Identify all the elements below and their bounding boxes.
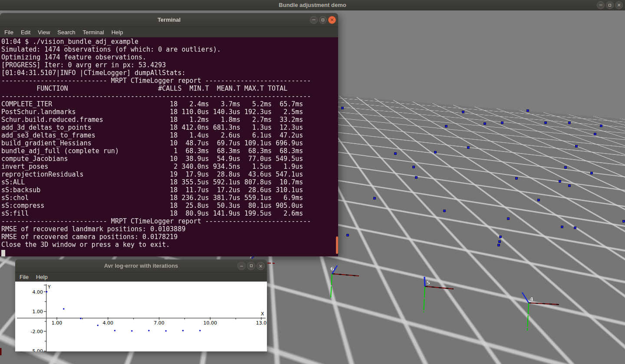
terminal-line: Simulated: 1474 observations (of which: … xyxy=(1,46,338,53)
plot-window: Avr log-error with iterations − × File H… xyxy=(15,259,267,351)
plot-maximize-button[interactable] xyxy=(247,262,255,270)
terminal-line: bundle_adj_full (complete run) 1 68.3ms … xyxy=(1,147,338,155)
close-icon: × xyxy=(617,3,621,7)
plot-menubar: File Help xyxy=(15,272,267,282)
terminal-line: reprojectionResiduals 19 17.9us 28.8us 4… xyxy=(1,171,338,178)
chart-point xyxy=(97,325,99,326)
maximize-icon xyxy=(322,19,324,21)
terminal-line: sS:chol 18 236.2us 381.7us 559.1us 6.9ms xyxy=(1,194,338,202)
minimize-icon: − xyxy=(599,3,602,7)
minimize-icon: − xyxy=(312,17,316,22)
terminal-line: sS:fill 18 80.9us 141.9us 199.5us 2.6ms xyxy=(1,210,338,217)
close-button[interactable]: × xyxy=(615,1,623,9)
maximize-button[interactable] xyxy=(606,1,614,9)
terminal-close-button[interactable]: × xyxy=(328,16,336,24)
plot-menu-item-file[interactable]: File xyxy=(20,274,29,280)
terminal-cursor xyxy=(1,250,5,256)
chart-point xyxy=(148,330,149,331)
maximize-icon xyxy=(250,265,253,267)
chart-point xyxy=(199,330,201,331)
terminal-line: add_3d_deltas_to_points 18 412.0ns 681.3… xyxy=(1,124,338,131)
x-tick-label: 13.0 xyxy=(256,320,267,326)
terminal-line: [PROGRESS] Iter: 0 avrg err in px: 53.42… xyxy=(1,61,338,69)
terminal-line: --------------------------- MRPT CTimeLo… xyxy=(1,77,338,85)
menu-item-file[interactable]: File xyxy=(4,29,13,36)
plot-window-title: Avr log-error with iterations xyxy=(104,262,178,269)
minimize-icon: − xyxy=(240,263,243,268)
terminal-line: Close the 3D window or press a key to ex… xyxy=(1,241,338,249)
close-icon: × xyxy=(330,17,334,22)
terminal-menubar: File Edit View Search Terminal Help xyxy=(0,27,338,37)
plot-titlebar[interactable]: Avr log-error with iterations − × xyxy=(15,259,267,272)
plot-area: 1.004.007.0010.0013.04.001.00-2.00-5.00Y… xyxy=(15,282,267,351)
chart-point xyxy=(63,308,64,309)
terminal-line: sS:compress 18 25.8us 50.3us 80.1us 905.… xyxy=(1,202,338,210)
terminal-line: 01:04 $ ./vision_bundle_adj_example xyxy=(1,38,338,46)
plot-window-controls: − × xyxy=(237,262,265,270)
chart-point xyxy=(80,318,81,319)
terminal-line: build_gradient_Hessians 10 48.7us 69.7us… xyxy=(1,139,338,147)
terminal-line: COMPLETE_ITER 18 2.4ms 3.7ms 5.2ms 65.7m… xyxy=(1,100,338,108)
y-tick-label: 4.00 xyxy=(33,289,43,295)
terminal-maximize-button[interactable] xyxy=(319,16,327,24)
terminal-window-controls: − × xyxy=(310,16,336,24)
main-window-controls: − × xyxy=(597,1,623,9)
y-axis-label: Y xyxy=(47,284,51,290)
terminal-line: PostSchur.landmarks 18 110.0us 140.3us 1… xyxy=(1,108,338,116)
terminal-lines: 01:04 $ ./vision_bundle_adj_exampleSimul… xyxy=(1,38,338,256)
y-tick-label: -5.00 xyxy=(31,348,43,351)
terminal-line: invert_poses 2 340.0ns 934.5ns 1.5us 1.9… xyxy=(1,163,338,171)
terminal-title: Terminal xyxy=(158,16,181,23)
terminal-line: ----------------------------------------… xyxy=(1,92,338,100)
y-tick-label: -2.00 xyxy=(31,329,43,334)
menu-item-edit[interactable]: Edit xyxy=(21,29,30,36)
x-tick-label: 4.00 xyxy=(103,320,113,326)
terminal-minimize-button[interactable]: − xyxy=(310,16,318,24)
terminal-line: sS:ALL 18 355.5us 592.1us 807.8us 10.7ms xyxy=(1,178,338,186)
y-tick-label: 1.00 xyxy=(33,309,43,315)
plot-close-button[interactable]: × xyxy=(257,262,265,270)
terminal-line: compute_Jacobians 10 38.9us 54.9us 77.0u… xyxy=(1,155,338,163)
terminal-line: Schur.build.reduced.frames 18 1.2ms 1.8m… xyxy=(1,116,338,124)
chart-point xyxy=(165,330,167,331)
terminal-line: RMSE of recovered camera positions: 0.01… xyxy=(1,233,338,241)
terminal-scrollbar[interactable] xyxy=(336,236,338,254)
main-window-title: Bundle adjustment demo xyxy=(279,2,346,8)
x-tick-label: 7.00 xyxy=(154,320,164,326)
terminal-line: FUNCTION #CALLS MIN.T MEAN.T MAX.T TOTAL xyxy=(1,85,338,92)
x-tick-label: 1.00 xyxy=(52,320,62,326)
x-tick-label: 10.00 xyxy=(204,320,217,326)
plot-minimize-button[interactable]: − xyxy=(237,262,246,270)
menu-item-help[interactable]: Help xyxy=(112,29,123,36)
terminal-line: Optimizing 1474 feature observations. xyxy=(1,53,338,61)
chart-point xyxy=(182,330,184,331)
terminal-line: add_se3_deltas_to_frames 18 1.4us 2.6us … xyxy=(1,131,338,139)
terminal-line: RMSE of recovered landmark positions: 0.… xyxy=(1,225,338,233)
maximize-icon xyxy=(609,4,611,7)
terminal-window: Terminal − × File Edit View Search Termi… xyxy=(0,13,338,256)
terminal-output[interactable]: 01:04 $ ./vision_bundle_adj_exampleSimul… xyxy=(0,37,338,256)
plot-canvas[interactable]: 1.004.007.0010.0013.04.001.00-2.00-5.00Y… xyxy=(15,282,267,351)
terminal-line: sS:backsub 18 11.7us 17.2us 28.6us 310.1… xyxy=(1,186,338,194)
x-axis-label: X xyxy=(261,311,264,317)
chart-point xyxy=(114,330,115,331)
chart-point xyxy=(46,291,47,292)
chart-point xyxy=(131,330,132,331)
terminal-line: [01:04:31.5107|INFO |CTimeLogger] dumpAl… xyxy=(1,69,338,77)
terminal-titlebar[interactable]: Terminal − × xyxy=(0,13,338,27)
menu-item-search[interactable]: Search xyxy=(57,29,75,36)
minimize-button[interactable]: − xyxy=(597,1,605,9)
main-window-titlebar[interactable]: Bundle adjustment demo − × xyxy=(0,0,625,10)
menu-item-view[interactable]: View xyxy=(38,29,50,36)
plot-menu-item-help[interactable]: Help xyxy=(36,274,48,280)
close-icon: × xyxy=(259,263,263,268)
terminal-line: --------------------------- MRPT CTimeLo… xyxy=(1,217,338,225)
menu-item-terminal[interactable]: Terminal xyxy=(83,29,104,36)
